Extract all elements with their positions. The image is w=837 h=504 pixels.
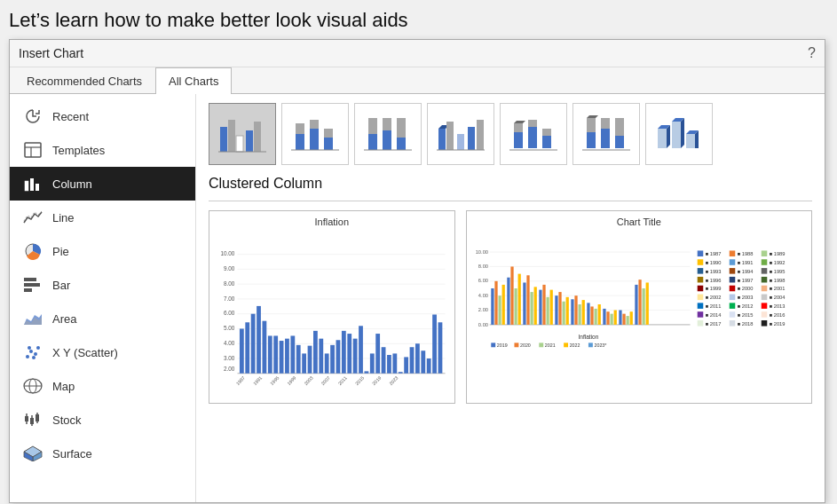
sidebar-item-map[interactable]: Map — [10, 369, 195, 403]
svg-text:■ 2012: ■ 2012 — [737, 303, 753, 309]
chart-icon-clustered[interactable] — [209, 103, 276, 165]
svg-rect-5 — [36, 184, 39, 191]
sidebar-item-scatter[interactable]: X Y (Scatter) — [10, 335, 195, 369]
svg-text:■ 1993: ■ 1993 — [705, 269, 721, 274]
svg-text:10.00: 10.00 — [220, 250, 234, 256]
sidebar-item-column[interactable]: Column — [10, 167, 195, 201]
chart-preview-2: Chart Title 10.00 8.00 6.00 4.00 2.00 0.… — [466, 210, 812, 404]
chart-previews: Inflation 10.00 9.00 8.00 7.00 6.00 5.00… — [209, 210, 812, 404]
svg-rect-136 — [438, 322, 443, 373]
svg-rect-104 — [257, 306, 261, 374]
chart-icon-stacked[interactable] — [281, 103, 349, 165]
tab-recommended[interactable]: Recommended Charts — [13, 67, 155, 94]
svg-point-16 — [36, 346, 40, 350]
sidebar-item-surface[interactable]: Surface — [10, 437, 195, 470]
svg-text:■ 2000: ■ 2000 — [737, 286, 753, 291]
svg-rect-23 — [25, 416, 28, 421]
svg-text:■ 2018: ■ 2018 — [737, 321, 753, 327]
svg-rect-51 — [438, 129, 446, 150]
sidebar-item-recent[interactable]: Recent — [10, 99, 195, 133]
svg-text:1995: 1995 — [269, 375, 280, 386]
svg-text:2023: 2023 — [388, 375, 399, 386]
svg-rect-0 — [25, 143, 41, 157]
chart-icon-3d-clustered[interactable] — [427, 103, 494, 165]
svg-rect-195 — [635, 285, 637, 325]
svg-rect-247 — [697, 320, 703, 327]
svg-text:■ 2019: ■ 2019 — [769, 321, 785, 327]
svg-rect-191 — [619, 311, 621, 325]
sidebar-label-templates: Templates — [52, 144, 105, 157]
chart-icon-3d-100stacked[interactable] — [572, 103, 640, 165]
chart-type-label: Clustered Column — [209, 176, 812, 192]
svg-rect-63 — [542, 136, 551, 148]
sidebar-item-line[interactable]: Line — [10, 201, 195, 234]
svg-point-18 — [32, 356, 36, 359]
chart-icon-100stacked[interactable] — [354, 103, 422, 165]
svg-rect-25 — [30, 418, 34, 424]
svg-rect-106 — [268, 335, 272, 373]
svg-text:10.00: 10.00 — [475, 249, 487, 255]
sidebar-label-pie: Pie — [52, 245, 69, 258]
help-button[interactable]: ? — [808, 45, 816, 61]
svg-text:2019: 2019 — [496, 343, 507, 348]
svg-rect-10 — [24, 288, 32, 292]
svg-rect-103 — [251, 314, 256, 374]
svg-rect-260 — [564, 343, 568, 347]
sidebar-item-templates[interactable]: Templates — [10, 133, 195, 167]
svg-marker-76 — [667, 125, 670, 148]
recent-icon — [22, 106, 43, 127]
svg-text:8.00: 8.00 — [478, 264, 487, 269]
svg-rect-53 — [446, 122, 454, 150]
svg-rect-126 — [382, 347, 386, 374]
sidebar-label-column: Column — [52, 177, 92, 191]
svg-text:2020: 2020 — [520, 343, 531, 348]
svg-rect-168 — [526, 275, 529, 325]
sidebar-label-bar: Bar — [52, 279, 70, 292]
svg-rect-42 — [324, 129, 333, 138]
svg-rect-192 — [622, 314, 625, 325]
svg-rect-61 — [528, 127, 537, 148]
area-icon — [22, 308, 43, 329]
line-icon — [22, 207, 43, 228]
svg-rect-185 — [594, 309, 596, 325]
svg-rect-209 — [761, 259, 767, 265]
svg-marker-79 — [681, 118, 684, 148]
svg-rect-129 — [399, 372, 403, 374]
sidebar-item-area[interactable]: Area — [10, 302, 195, 335]
svg-rect-77 — [672, 122, 681, 148]
svg-rect-173 — [546, 297, 549, 325]
svg-rect-251 — [761, 320, 767, 327]
dialog-header: Insert Chart ? — [10, 40, 825, 67]
chart-icon-3d-stacked[interactable] — [500, 103, 567, 165]
svg-point-13 — [26, 355, 29, 358]
svg-rect-74 — [658, 129, 667, 148]
svg-rect-114 — [313, 331, 318, 374]
svg-rect-166 — [517, 274, 520, 325]
tab-all-charts[interactable]: All Charts — [155, 67, 232, 94]
svg-rect-189 — [610, 314, 612, 325]
svg-rect-49 — [397, 118, 406, 138]
svg-rect-201 — [729, 250, 735, 256]
svg-rect-229 — [697, 295, 703, 301]
svg-rect-178 — [565, 297, 568, 325]
chart-icon-3d-column[interactable] — [645, 103, 713, 165]
svg-rect-31 — [220, 127, 227, 152]
svg-rect-111 — [296, 345, 301, 374]
svg-text:1999: 1999 — [286, 375, 296, 386]
svg-rect-113 — [308, 346, 312, 374]
sidebar-item-pie[interactable]: Pie — [10, 234, 195, 268]
svg-rect-67 — [587, 118, 596, 132]
svg-rect-34 — [246, 130, 253, 152]
svg-rect-181 — [578, 304, 580, 325]
svg-rect-40 — [310, 120, 319, 129]
sidebar-item-stock[interactable]: Stock — [10, 403, 195, 437]
svg-text:Inflation: Inflation — [578, 334, 598, 340]
dialog-body: Recent Templates — [10, 94, 825, 502]
sidebar-item-bar[interactable]: Bar — [10, 268, 195, 302]
svg-text:■ 2014: ■ 2014 — [705, 312, 722, 318]
svg-rect-225 — [729, 286, 735, 292]
svg-rect-70 — [601, 118, 610, 129]
svg-rect-9 — [24, 283, 40, 287]
svg-rect-64 — [542, 129, 551, 136]
svg-rect-107 — [273, 335, 278, 373]
